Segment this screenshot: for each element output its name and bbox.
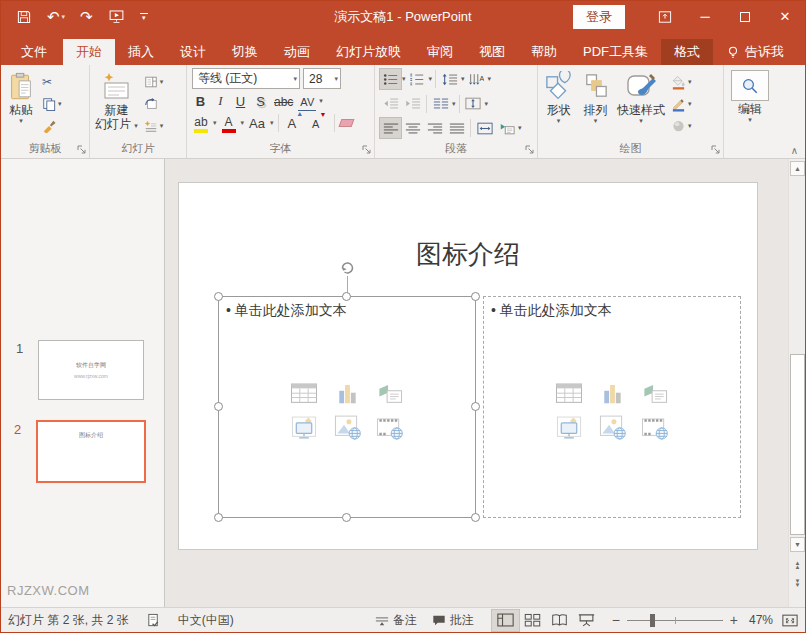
- slide-counter[interactable]: 幻灯片 第 2 张, 共 2 张: [8, 612, 129, 629]
- insert-online-picture-icon[interactable]: [596, 414, 628, 441]
- content-placeholder-left[interactable]: • 单击此处添加文本: [218, 296, 476, 518]
- font-color-button[interactable]: A: [220, 113, 238, 133]
- slide-title-text[interactable]: 图标介绍: [179, 237, 757, 272]
- copy-button[interactable]: ▾: [40, 95, 64, 114]
- language-indicator[interactable]: 中文(中国): [178, 612, 234, 629]
- new-slide-button[interactable]: 新建 幻灯片 ▾: [92, 67, 141, 141]
- shape-fill-button[interactable]: ▾: [669, 73, 694, 92]
- decrease-font-size-button[interactable]: A▼: [309, 117, 329, 130]
- distribute-button[interactable]: [474, 118, 495, 138]
- vertical-scrollbar[interactable]: ▲ ▼ ▲▲ ▼▼: [788, 159, 805, 607]
- numbering-button[interactable]: [407, 69, 428, 89]
- change-case-button[interactable]: Aa: [247, 113, 267, 133]
- text-direction-arrow[interactable]: ▾: [488, 75, 492, 83]
- insert-video-icon[interactable]: [553, 414, 585, 441]
- zoom-out-button[interactable]: −: [612, 613, 620, 627]
- resize-handle-bottom-right[interactable]: [471, 513, 480, 522]
- editing-search-button[interactable]: [731, 70, 769, 101]
- align-text-button[interactable]: [463, 94, 484, 114]
- collapse-ribbon-icon[interactable]: ∧: [791, 145, 798, 156]
- tab-help[interactable]: 帮助: [518, 39, 570, 65]
- editing-arrow[interactable]: ▾: [748, 116, 752, 124]
- clear-formatting-button[interactable]: [339, 119, 355, 127]
- text-shadow-button[interactable]: S: [252, 91, 269, 111]
- resize-handle-top-middle[interactable]: [342, 292, 351, 301]
- paste-button[interactable]: 粘贴 ▾: [3, 67, 39, 141]
- undo-icon[interactable]: ↶▾: [47, 9, 65, 24]
- align-center-button[interactable]: [402, 118, 423, 138]
- line-spacing-button[interactable]: [439, 69, 460, 89]
- next-slide-button[interactable]: ▼▼: [790, 575, 805, 591]
- reading-view-button[interactable]: [546, 610, 573, 631]
- cut-button[interactable]: ✂: [40, 73, 64, 92]
- section-button[interactable]: ▾: [142, 117, 166, 136]
- shapes-arrow[interactable]: ▾: [557, 117, 561, 125]
- tab-home[interactable]: 开始: [63, 39, 115, 65]
- zoom-slider[interactable]: [627, 620, 723, 621]
- share-button[interactable]: 共享: [797, 39, 806, 65]
- columns-arrow[interactable]: ▾: [452, 100, 456, 108]
- undo-dropdown-arrow[interactable]: ▾: [62, 13, 66, 20]
- justify-button[interactable]: [446, 118, 467, 138]
- slideshow-view-button[interactable]: [573, 610, 600, 631]
- resize-handle-bottom-left[interactable]: [214, 513, 223, 522]
- insert-video-icon[interactable]: [288, 414, 320, 441]
- slide-canvas[interactable]: 图标介绍 • 单击此处添加文本: [178, 182, 758, 550]
- sign-in-button[interactable]: 登录: [573, 5, 625, 29]
- tab-insert[interactable]: 插入: [115, 39, 167, 65]
- resize-handle-middle-left[interactable]: [214, 402, 223, 411]
- shapes-button[interactable]: 形状 ▾: [540, 67, 577, 141]
- resize-handle-bottom-middle[interactable]: [342, 513, 351, 522]
- character-spacing-button[interactable]: AV: [298, 91, 316, 111]
- scrollbar-thumb[interactable]: [790, 354, 805, 535]
- normal-view-button[interactable]: [492, 610, 519, 631]
- tab-transitions[interactable]: 切换: [219, 39, 271, 65]
- align-left-button[interactable]: [380, 118, 401, 138]
- insert-smartart-icon[interactable]: [374, 380, 406, 407]
- notes-toggle[interactable]: 备注: [375, 612, 417, 629]
- insert-online-picture-icon[interactable]: [331, 414, 363, 441]
- start-slideshow-icon[interactable]: [108, 8, 125, 25]
- save-icon[interactable]: [16, 9, 32, 25]
- underline-button[interactable]: U: [232, 91, 249, 111]
- font-dialog-launcher[interactable]: [361, 144, 372, 155]
- quick-styles-button[interactable]: 快速样式 ▾: [614, 67, 668, 141]
- highlight-dropdown-arrow[interactable]: ▾: [213, 119, 217, 127]
- insert-table-icon[interactable]: [288, 380, 320, 407]
- zoom-in-button[interactable]: +: [730, 613, 738, 627]
- resize-handle-middle-right[interactable]: [471, 402, 480, 411]
- scroll-down-button[interactable]: ▼: [790, 537, 805, 552]
- convert-to-smartart-button[interactable]: [496, 118, 517, 138]
- character-spacing-arrow[interactable]: ▾: [319, 97, 323, 105]
- close-button[interactable]: ✕: [765, 1, 805, 32]
- columns-button[interactable]: [430, 94, 451, 114]
- tab-review[interactable]: 审阅: [414, 39, 466, 65]
- bullets-arrow[interactable]: ▾: [402, 75, 406, 83]
- content-placeholder-right[interactable]: • 单击此处添加文本: [483, 296, 741, 518]
- line-spacing-arrow[interactable]: ▾: [461, 75, 465, 83]
- numbering-arrow[interactable]: ▾: [429, 75, 433, 83]
- shape-outline-button[interactable]: ▾: [669, 95, 694, 114]
- insert-smartart-icon[interactable]: [639, 380, 671, 407]
- insert-online-media-icon[interactable]: [639, 414, 671, 441]
- resize-handle-top-right[interactable]: [471, 292, 480, 301]
- reset-slide-button[interactable]: [142, 95, 166, 114]
- insert-online-media-icon[interactable]: [374, 414, 406, 441]
- resize-handle-top-left[interactable]: [214, 292, 223, 301]
- tab-tell-me[interactable]: 告诉我: [713, 39, 797, 65]
- placeholder-prompt-right[interactable]: • 单击此处添加文本: [491, 302, 612, 320]
- bullets-button[interactable]: [380, 69, 401, 89]
- align-right-button[interactable]: [424, 118, 445, 138]
- bold-button[interactable]: B: [192, 91, 209, 111]
- clipboard-dialog-launcher[interactable]: [76, 144, 87, 155]
- comments-toggle[interactable]: 批注: [432, 612, 474, 629]
- new-slide-dropdown-arrow[interactable]: ▾: [134, 122, 138, 129]
- font-color-dropdown-arrow[interactable]: ▾: [241, 119, 245, 127]
- slide-sorter-view-button[interactable]: [519, 610, 546, 631]
- font-size-combobox[interactable]: 28▾: [303, 68, 341, 89]
- paragraph-dialog-launcher[interactable]: [524, 144, 535, 155]
- tab-format[interactable]: 格式: [661, 39, 713, 65]
- decrease-indent-button[interactable]: [380, 94, 401, 114]
- slide-layout-button[interactable]: ▾: [142, 73, 166, 92]
- tab-pdf-tools[interactable]: PDF工具集: [570, 39, 661, 65]
